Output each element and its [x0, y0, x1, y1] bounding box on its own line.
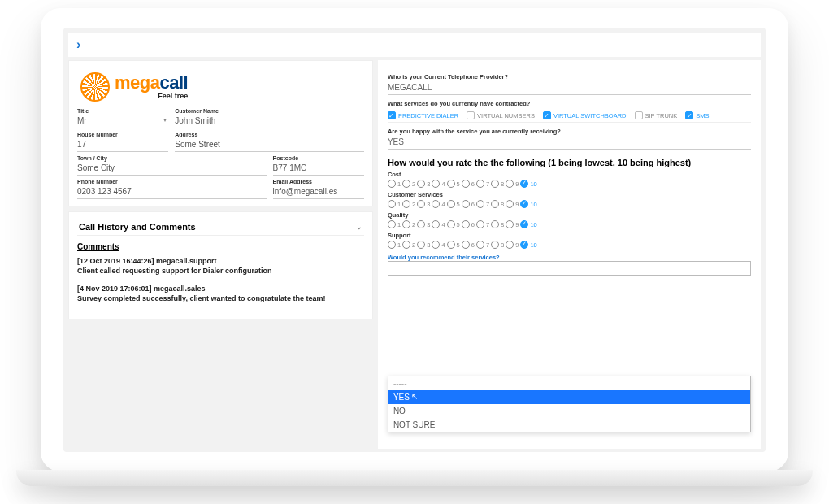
rating-radio-10[interactable]: 10: [520, 200, 536, 208]
radio-icon: [402, 220, 410, 228]
rating-radio-6[interactable]: 6: [462, 220, 475, 228]
rating-radio-8[interactable]: 8: [491, 220, 504, 228]
rating-radio-10[interactable]: 10: [520, 220, 536, 228]
rating-radio-3[interactable]: 3: [417, 200, 430, 208]
rating-radio-5[interactable]: 5: [447, 180, 460, 188]
rating-radio-5[interactable]: 5: [447, 220, 460, 228]
radio-icon: [491, 241, 499, 249]
history-accordion-header[interactable]: Call History and Comments ⌄: [77, 219, 364, 236]
service-checkbox[interactable]: ✓PREDICTIVE DIALER: [388, 111, 458, 119]
phone-label: Phone Number: [77, 179, 267, 185]
phone-input[interactable]: 0203 123 4567: [77, 185, 267, 199]
address-input[interactable]: Some Street: [175, 138, 364, 152]
radio-icon: [432, 180, 440, 188]
rating-label: Quality: [388, 211, 751, 219]
dropdown-option-blank[interactable]: -----: [388, 376, 750, 390]
address-label: Address: [175, 132, 364, 137]
rating-radio-4[interactable]: 4: [432, 200, 445, 208]
rating-radio-1[interactable]: 1: [388, 241, 401, 249]
comment-entry: [4 Nov 2019 17:06:01] megacall.salesSurv…: [77, 284, 364, 303]
dropdown-option[interactable]: NO: [388, 404, 750, 418]
postcode-input[interactable]: B77 1MC: [273, 162, 364, 176]
rating-label: Support: [388, 232, 751, 239]
postcode-label: Postcode: [273, 155, 364, 161]
rating-radio-3[interactable]: 3: [417, 220, 430, 228]
provider-input[interactable]: MEGACALL: [388, 80, 751, 95]
town-input[interactable]: Some City: [77, 162, 267, 176]
rating-radio-7[interactable]: 7: [476, 220, 489, 228]
recommend-select[interactable]: [388, 261, 751, 276]
rating-radio-6[interactable]: 6: [462, 200, 475, 208]
radio-icon: [432, 200, 440, 208]
rating-radio-9[interactable]: 9: [506, 200, 519, 208]
rating-radio-2[interactable]: 2: [402, 200, 415, 208]
rating-radio-10[interactable]: 10: [520, 180, 536, 188]
dropdown-option[interactable]: NOT SURE: [388, 418, 750, 432]
radio-icon: [520, 220, 528, 228]
service-checkbox[interactable]: ✓VIRTUAL SWITCHBOARD: [543, 111, 627, 119]
rating-radio-5[interactable]: 5: [447, 241, 460, 249]
dropdown-option[interactable]: YES↖: [388, 390, 750, 404]
customer-panel: megacall Feel free Title Mr▾ Customer Na…: [68, 60, 373, 206]
laptop-frame: › megacall Feel free: [41, 8, 788, 471]
name-input[interactable]: John Smith: [175, 115, 364, 128]
rating-radio-2[interactable]: 2: [402, 220, 415, 228]
rating-radio-9[interactable]: 9: [506, 241, 519, 249]
checkbox-icon: ✓: [388, 111, 396, 119]
chevron-right-icon[interactable]: ›: [76, 37, 80, 52]
rating-radio-10[interactable]: 10: [520, 241, 536, 249]
radio-icon: [520, 241, 528, 249]
title-select[interactable]: Mr▾: [77, 115, 168, 128]
logo-tagline: Feel free: [158, 92, 188, 100]
rating-radio-8[interactable]: 8: [491, 241, 504, 249]
rating-radio-4[interactable]: 4: [432, 241, 445, 249]
radio-icon: [402, 241, 410, 249]
house-input[interactable]: 17: [77, 138, 168, 152]
radio-icon: [388, 241, 396, 249]
rating-heading: How would you rate the the following (1 …: [388, 158, 751, 167]
rating-radio-9[interactable]: 9: [506, 220, 519, 228]
rating-radio-1[interactable]: 1: [388, 200, 401, 208]
services-question-label: What services do you currently have cont…: [388, 100, 751, 107]
rating-radio-9[interactable]: 9: [506, 180, 519, 188]
radio-icon: [388, 180, 396, 188]
rating-radio-4[interactable]: 4: [432, 180, 445, 188]
rating-radio-1[interactable]: 1: [388, 180, 401, 188]
rating-radio-8[interactable]: 8: [491, 180, 504, 188]
radio-icon: [447, 241, 455, 249]
radio-icon: [388, 220, 396, 228]
survey-panel: Who is your Current Telephone Provider? …: [378, 60, 761, 449]
logo-circle-icon: [80, 72, 110, 102]
rating-radio-2[interactable]: 2: [402, 241, 415, 249]
service-checkbox[interactable]: SIP TRUNK: [635, 111, 678, 119]
radio-icon: [506, 200, 514, 208]
service-checkbox[interactable]: ✓SMS: [685, 111, 709, 119]
radio-icon: [417, 200, 425, 208]
rating-label: Cost: [388, 171, 751, 178]
radio-icon: [520, 200, 528, 208]
rating-radio-3[interactable]: 3: [417, 180, 430, 188]
radio-icon: [491, 200, 499, 208]
rating-radio-6[interactable]: 6: [462, 241, 475, 249]
radio-icon: [447, 220, 455, 228]
radio-icon: [476, 180, 484, 188]
rating-radio-1[interactable]: 1: [388, 220, 401, 228]
service-checkbox[interactable]: VIRTUAL NUMBERS: [467, 111, 535, 119]
rating-radio-8[interactable]: 8: [491, 200, 504, 208]
radio-icon: [476, 241, 484, 249]
radio-icon: [402, 180, 410, 188]
radio-icon: [402, 200, 410, 208]
rating-radio-5[interactable]: 5: [447, 200, 460, 208]
comments-heading: Comments: [77, 242, 364, 251]
rating-radio-2[interactable]: 2: [402, 180, 415, 188]
rating-radio-7[interactable]: 7: [476, 200, 489, 208]
email-input[interactable]: info@megacall.es: [273, 185, 364, 199]
happy-input[interactable]: YES: [388, 135, 751, 150]
happy-question-label: Are you happy with the service you are c…: [388, 128, 751, 135]
rating-radio-7[interactable]: 7: [476, 241, 489, 249]
rating-radio-3[interactable]: 3: [417, 241, 430, 249]
radio-icon: [506, 180, 514, 188]
rating-radio-6[interactable]: 6: [462, 180, 475, 188]
rating-radio-7[interactable]: 7: [476, 180, 489, 188]
rating-radio-4[interactable]: 4: [432, 220, 445, 228]
